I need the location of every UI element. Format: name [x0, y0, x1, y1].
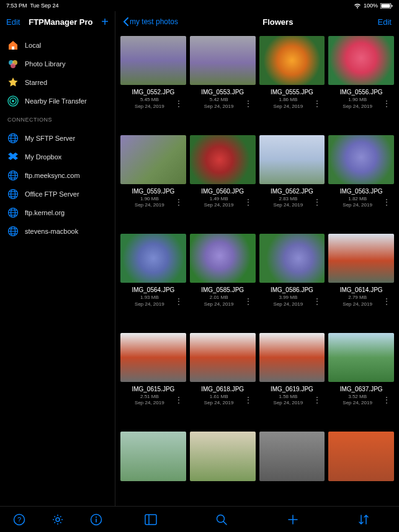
more-icon[interactable]: ⋮	[313, 102, 321, 105]
file-details: 3.99 MBSep 24, 2019	[263, 295, 314, 308]
file-details: 5.42 MBSep 24, 2019	[194, 97, 244, 110]
bottom-toolbar: ?	[0, 506, 399, 532]
file-cell[interactable]: IMG_0586.JPG 3.99 MBSep 24, 2019 ⋮	[259, 234, 325, 329]
content-header: my test photos Flowers Edit	[115, 11, 399, 32]
more-icon[interactable]: ⋮	[383, 398, 390, 402]
svg-rect-2	[392, 5, 393, 7]
file-cell[interactable]	[328, 432, 394, 502]
file-cell[interactable]: IMG_0615.JPG 2.51 MBSep 24, 2019 ⋮	[120, 333, 186, 428]
more-icon[interactable]: ⋮	[175, 200, 182, 204]
more-icon[interactable]: ⋮	[175, 102, 182, 105]
more-icon[interactable]: ⋮	[383, 299, 390, 303]
file-cell[interactable]: IMG_0555.JPG 1.86 MBSep 24, 2019 ⋮	[259, 36, 325, 131]
content-edit-button[interactable]: Edit	[378, 17, 392, 27]
more-icon[interactable]: ⋮	[383, 200, 390, 204]
connection-item[interactable]: ftp.meeksync.com	[0, 166, 115, 185]
svg-line-44	[223, 521, 226, 525]
connection-item[interactable]: My SFTP Server	[0, 129, 115, 148]
file-name: IMG_0619.JPG	[259, 386, 325, 392]
sidebar-item-label: Photo Library	[25, 60, 65, 68]
file-cell[interactable]: IMG_0618.JPG 1.61 MBSep 24, 2019 ⋮	[190, 333, 256, 428]
file-cell[interactable]: IMG_0619.JPG 1.58 MBSep 24, 2019 ⋮	[259, 333, 325, 428]
file-cell[interactable]: IMG_0563.JPG 1.82 MBSep 24, 2019 ⋮	[328, 135, 394, 231]
file-details: 1.90 MBSep 24, 2019	[124, 196, 175, 209]
info-icon[interactable]	[89, 513, 103, 526]
more-icon[interactable]: ⋮	[244, 200, 252, 204]
more-icon[interactable]: ⋮	[175, 299, 182, 303]
file-thumbnail	[328, 234, 394, 283]
globe-icon	[7, 207, 19, 218]
file-details: 3.52 MBSep 24, 2019	[332, 394, 383, 407]
connection-item[interactable]: stevens-macbook	[0, 222, 115, 241]
file-meta: IMG_0586.JPG 3.99 MBSep 24, 2019 ⋮	[259, 286, 325, 308]
file-thumbnail	[120, 36, 186, 85]
connection-item[interactable]: ftp.kernel.org	[0, 203, 115, 222]
file-cell[interactable]: IMG_0585.JPG 2.01 MBSep 24, 2019 ⋮	[190, 234, 256, 329]
connection-item[interactable]: My Dropbox	[0, 148, 115, 166]
file-thumbnail	[120, 432, 186, 481]
more-icon[interactable]: ⋮	[244, 398, 252, 402]
photos-icon	[7, 58, 19, 69]
more-icon[interactable]: ⋮	[244, 102, 252, 105]
connection-label: ftp.kernel.org	[25, 209, 65, 216]
file-name: IMG_0562.JPG	[259, 188, 325, 195]
search-icon[interactable]	[215, 513, 228, 526]
file-thumbnail	[120, 234, 186, 283]
view-mode-icon[interactable]	[144, 513, 158, 526]
file-cell[interactable]: IMG_0562.JPG 2.83 MBSep 24, 2019 ⋮	[259, 135, 325, 231]
more-icon[interactable]: ⋮	[244, 299, 252, 303]
file-cell[interactable]: IMG_0559.JPG 1.90 MBSep 24, 2019 ⋮	[120, 135, 186, 231]
connection-label: My SFTP Server	[25, 135, 75, 142]
file-cell[interactable]	[259, 432, 325, 502]
file-meta: IMG_0556.JPG 1.90 MBSep 24, 2019 ⋮	[328, 89, 394, 110]
more-icon[interactable]: ⋮	[383, 102, 390, 105]
file-meta: IMG_0618.JPG 1.61 MBSep 24, 2019 ⋮	[190, 386, 256, 407]
file-details: 5.45 MBSep 24, 2019	[124, 97, 175, 110]
file-meta: IMG_0562.JPG 2.83 MBSep 24, 2019 ⋮	[259, 188, 325, 209]
connection-item[interactable]: Office FTP Server	[0, 185, 115, 203]
app-title: FTPManager Pro	[29, 17, 92, 27]
file-details: 2.79 MBSep 24, 2019	[332, 295, 383, 308]
globe-icon	[7, 133, 19, 144]
file-cell[interactable]: IMG_0637.JPG 3.52 MBSep 24, 2019 ⋮	[328, 333, 394, 428]
file-details: 1.86 MBSep 24, 2019	[263, 97, 314, 110]
file-meta: IMG_0555.JPG 1.86 MBSep 24, 2019 ⋮	[259, 89, 325, 110]
file-thumbnail	[259, 432, 325, 481]
file-cell[interactable]: IMG_0614.JPG 2.79 MBSep 24, 2019 ⋮	[328, 234, 394, 329]
file-thumbnail	[259, 333, 325, 382]
file-cell[interactable]: IMG_0556.JPG 1.90 MBSep 24, 2019 ⋮	[328, 36, 394, 131]
sidebar-item-transfer[interactable]: Nearby File Transfer	[0, 92, 115, 110]
sort-icon[interactable]	[357, 513, 370, 526]
file-cell[interactable]: IMG_0560.JPG 1.49 MBSep 24, 2019 ⋮	[190, 135, 256, 231]
help-icon[interactable]: ?	[12, 513, 26, 526]
add-connection-button[interactable]: +	[101, 15, 109, 29]
file-cell[interactable]: IMG_0553.JPG 5.42 MBSep 24, 2019 ⋮	[190, 36, 256, 131]
file-thumbnail	[328, 36, 394, 85]
file-meta: IMG_0552.JPG 5.45 MBSep 24, 2019 ⋮	[120, 89, 186, 110]
file-meta: IMG_0615.JPG 2.51 MBSep 24, 2019 ⋮	[120, 386, 186, 407]
back-button[interactable]: my test photos	[123, 17, 178, 26]
file-grid[interactable]: IMG_0552.JPG 5.45 MBSep 24, 2019 ⋮ IMG_0…	[115, 32, 399, 506]
more-icon[interactable]: ⋮	[175, 398, 182, 402]
file-thumbnail	[190, 432, 256, 481]
sidebar-item-home[interactable]: Local	[0, 36, 115, 55]
add-icon[interactable]	[286, 513, 300, 526]
file-cell[interactable]: IMG_0564.JPG 1.93 MBSep 24, 2019 ⋮	[120, 234, 186, 329]
more-icon[interactable]: ⋮	[313, 299, 321, 303]
file-name: IMG_0586.JPG	[259, 286, 325, 293]
file-name: IMG_0559.JPG	[120, 188, 186, 195]
file-cell[interactable]	[190, 432, 256, 502]
file-thumbnail	[190, 135, 256, 184]
more-icon[interactable]: ⋮	[313, 398, 321, 402]
file-name: IMG_0564.JPG	[120, 286, 186, 293]
wifi-icon	[354, 3, 361, 9]
file-cell[interactable]	[120, 432, 186, 502]
more-icon[interactable]: ⋮	[313, 200, 321, 204]
settings-icon[interactable]	[51, 513, 65, 526]
svg-text:?: ?	[17, 516, 21, 523]
sidebar-item-photos[interactable]: Photo Library	[0, 55, 115, 73]
sidebar-item-star[interactable]: Starred	[0, 73, 115, 92]
connections-section-label: CONNECTIONS	[0, 110, 115, 125]
file-cell[interactable]: IMG_0552.JPG 5.45 MBSep 24, 2019 ⋮	[120, 36, 186, 131]
sidebar-edit-button[interactable]: Edit	[6, 17, 20, 27]
